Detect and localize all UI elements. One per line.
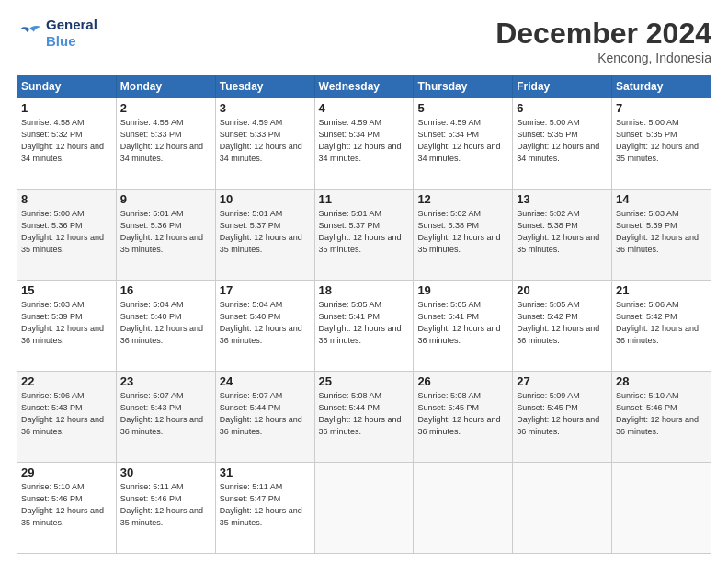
day-number: 5 xyxy=(417,101,508,115)
logo: General Blue xyxy=(17,17,97,50)
col-header-saturday: Saturday xyxy=(612,75,711,98)
day-info: Sunrise: 5:02 AM Sunset: 5:38 PM Dayligh… xyxy=(517,208,608,256)
day-number: 17 xyxy=(220,283,311,297)
calendar-cell: 15 Sunrise: 5:03 AM Sunset: 5:39 PM Dayl… xyxy=(17,281,117,372)
day-info: Sunrise: 5:07 AM Sunset: 5:44 PM Dayligh… xyxy=(220,390,311,438)
day-number: 21 xyxy=(616,283,707,297)
day-info: Sunrise: 5:00 AM Sunset: 5:35 PM Dayligh… xyxy=(517,117,608,165)
calendar-cell: 12 Sunrise: 5:02 AM Sunset: 5:38 PM Dayl… xyxy=(414,190,513,281)
calendar-cell: 2 Sunrise: 4:58 AM Sunset: 5:33 PM Dayli… xyxy=(116,98,215,190)
day-info: Sunrise: 4:58 AM Sunset: 5:33 PM Dayligh… xyxy=(120,117,211,165)
day-info: Sunrise: 4:59 AM Sunset: 5:33 PM Dayligh… xyxy=(220,117,311,165)
day-number: 8 xyxy=(21,192,112,206)
calendar-cell: 14 Sunrise: 5:03 AM Sunset: 5:39 PM Dayl… xyxy=(612,190,711,281)
col-header-friday: Friday xyxy=(513,75,612,98)
day-info: Sunrise: 5:07 AM Sunset: 5:43 PM Dayligh… xyxy=(120,390,211,438)
day-number: 26 xyxy=(417,374,508,388)
calendar-cell: 11 Sunrise: 5:01 AM Sunset: 5:37 PM Dayl… xyxy=(314,190,414,281)
day-info: Sunrise: 5:04 AM Sunset: 5:40 PM Dayligh… xyxy=(220,299,311,347)
calendar-cell: 21 Sunrise: 5:06 AM Sunset: 5:42 PM Dayl… xyxy=(612,281,711,372)
col-header-thursday: Thursday xyxy=(414,75,513,98)
logo-text: General Blue xyxy=(46,17,97,50)
day-info: Sunrise: 5:08 AM Sunset: 5:44 PM Dayligh… xyxy=(319,390,410,438)
calendar-week-4: 22 Sunrise: 5:06 AM Sunset: 5:43 PM Dayl… xyxy=(17,372,711,463)
calendar-week-3: 15 Sunrise: 5:03 AM Sunset: 5:39 PM Dayl… xyxy=(17,281,711,372)
day-number: 19 xyxy=(417,283,508,297)
calendar-cell: 30 Sunrise: 5:11 AM Sunset: 5:46 PM Dayl… xyxy=(116,463,215,554)
header: General Blue December 2024 Kencong, Indo… xyxy=(17,17,711,65)
month-title: December 2024 xyxy=(495,17,711,51)
calendar-header-row: SundayMondayTuesdayWednesdayThursdayFrid… xyxy=(17,75,711,98)
calendar-cell: 20 Sunrise: 5:05 AM Sunset: 5:42 PM Dayl… xyxy=(513,281,612,372)
day-number: 13 xyxy=(517,192,608,206)
calendar-cell: 4 Sunrise: 4:59 AM Sunset: 5:34 PM Dayli… xyxy=(314,98,414,190)
day-number: 11 xyxy=(319,192,410,206)
logo-icon xyxy=(17,23,42,43)
calendar-cell: 29 Sunrise: 5:10 AM Sunset: 5:46 PM Dayl… xyxy=(17,463,117,554)
day-info: Sunrise: 5:04 AM Sunset: 5:40 PM Dayligh… xyxy=(120,299,211,347)
day-info: Sunrise: 5:11 AM Sunset: 5:47 PM Dayligh… xyxy=(220,481,311,529)
day-info: Sunrise: 5:06 AM Sunset: 5:43 PM Dayligh… xyxy=(21,390,112,438)
page: General Blue December 2024 Kencong, Indo… xyxy=(0,0,728,563)
calendar-cell: 6 Sunrise: 5:00 AM Sunset: 5:35 PM Dayli… xyxy=(513,98,612,190)
day-number: 14 xyxy=(616,192,707,206)
calendar-cell: 27 Sunrise: 5:09 AM Sunset: 5:45 PM Dayl… xyxy=(513,372,612,463)
calendar-cell: 16 Sunrise: 5:04 AM Sunset: 5:40 PM Dayl… xyxy=(116,281,215,372)
day-number: 10 xyxy=(220,192,311,206)
day-number: 25 xyxy=(319,374,410,388)
calendar-cell: 9 Sunrise: 5:01 AM Sunset: 5:36 PM Dayli… xyxy=(116,190,215,281)
day-number: 7 xyxy=(616,101,707,115)
day-number: 30 xyxy=(120,465,211,479)
col-header-tuesday: Tuesday xyxy=(215,75,314,98)
day-info: Sunrise: 5:08 AM Sunset: 5:45 PM Dayligh… xyxy=(417,390,508,438)
calendar-cell: 28 Sunrise: 5:10 AM Sunset: 5:46 PM Dayl… xyxy=(612,372,711,463)
day-info: Sunrise: 5:03 AM Sunset: 5:39 PM Dayligh… xyxy=(21,299,112,347)
day-number: 20 xyxy=(517,283,608,297)
day-number: 22 xyxy=(21,374,112,388)
day-info: Sunrise: 5:11 AM Sunset: 5:46 PM Dayligh… xyxy=(120,481,211,529)
day-info: Sunrise: 5:03 AM Sunset: 5:39 PM Dayligh… xyxy=(616,208,707,256)
location: Kencong, Indonesia xyxy=(495,51,711,65)
calendar-cell: 31 Sunrise: 5:11 AM Sunset: 5:47 PM Dayl… xyxy=(215,463,314,554)
col-header-wednesday: Wednesday xyxy=(314,75,414,98)
calendar-cell: 1 Sunrise: 4:58 AM Sunset: 5:32 PM Dayli… xyxy=(17,98,117,190)
day-info: Sunrise: 4:58 AM Sunset: 5:32 PM Dayligh… xyxy=(21,117,112,165)
calendar-week-1: 1 Sunrise: 4:58 AM Sunset: 5:32 PM Dayli… xyxy=(17,98,711,190)
calendar-table: SundayMondayTuesdayWednesdayThursdayFrid… xyxy=(17,75,711,554)
day-info: Sunrise: 5:01 AM Sunset: 5:37 PM Dayligh… xyxy=(319,208,410,256)
day-number: 28 xyxy=(616,374,707,388)
day-number: 1 xyxy=(21,101,112,115)
day-number: 27 xyxy=(517,374,608,388)
calendar-cell: 8 Sunrise: 5:00 AM Sunset: 5:36 PM Dayli… xyxy=(17,190,117,281)
day-number: 6 xyxy=(517,101,608,115)
calendar-cell: 5 Sunrise: 4:59 AM Sunset: 5:34 PM Dayli… xyxy=(414,98,513,190)
calendar-cell: 25 Sunrise: 5:08 AM Sunset: 5:44 PM Dayl… xyxy=(314,372,414,463)
day-number: 15 xyxy=(21,283,112,297)
day-info: Sunrise: 5:01 AM Sunset: 5:36 PM Dayligh… xyxy=(120,208,211,256)
calendar-cell: 10 Sunrise: 5:01 AM Sunset: 5:37 PM Dayl… xyxy=(215,190,314,281)
day-number: 9 xyxy=(120,192,211,206)
calendar-cell: 23 Sunrise: 5:07 AM Sunset: 5:43 PM Dayl… xyxy=(116,372,215,463)
calendar-cell: 3 Sunrise: 4:59 AM Sunset: 5:33 PM Dayli… xyxy=(215,98,314,190)
col-header-sunday: Sunday xyxy=(17,75,117,98)
day-info: Sunrise: 5:10 AM Sunset: 5:46 PM Dayligh… xyxy=(616,390,707,438)
calendar-week-5: 29 Sunrise: 5:10 AM Sunset: 5:46 PM Dayl… xyxy=(17,463,711,554)
day-info: Sunrise: 4:59 AM Sunset: 5:34 PM Dayligh… xyxy=(319,117,410,165)
day-info: Sunrise: 5:00 AM Sunset: 5:35 PM Dayligh… xyxy=(616,117,707,165)
day-number: 23 xyxy=(120,374,211,388)
calendar-cell xyxy=(314,463,414,554)
calendar-cell: 13 Sunrise: 5:02 AM Sunset: 5:38 PM Dayl… xyxy=(513,190,612,281)
day-number: 31 xyxy=(220,465,311,479)
day-info: Sunrise: 5:00 AM Sunset: 5:36 PM Dayligh… xyxy=(21,208,112,256)
title-block: December 2024 Kencong, Indonesia xyxy=(495,17,711,65)
calendar-cell: 22 Sunrise: 5:06 AM Sunset: 5:43 PM Dayl… xyxy=(17,372,117,463)
calendar-week-2: 8 Sunrise: 5:00 AM Sunset: 5:36 PM Dayli… xyxy=(17,190,711,281)
day-info: Sunrise: 4:59 AM Sunset: 5:34 PM Dayligh… xyxy=(417,117,508,165)
calendar-cell: 7 Sunrise: 5:00 AM Sunset: 5:35 PM Dayli… xyxy=(612,98,711,190)
day-number: 16 xyxy=(120,283,211,297)
day-number: 29 xyxy=(21,465,112,479)
day-info: Sunrise: 5:05 AM Sunset: 5:42 PM Dayligh… xyxy=(517,299,608,347)
calendar-cell xyxy=(414,463,513,554)
day-info: Sunrise: 5:01 AM Sunset: 5:37 PM Dayligh… xyxy=(220,208,311,256)
calendar-cell xyxy=(612,463,711,554)
